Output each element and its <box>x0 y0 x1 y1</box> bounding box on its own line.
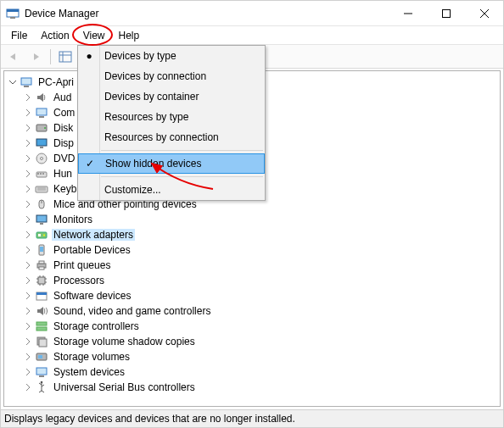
expander-closed-icon[interactable] <box>23 138 33 148</box>
sound-icon <box>35 304 48 318</box>
menu-item-label: Devices by type <box>104 50 176 62</box>
processor-icon <box>35 274 48 287</box>
computer-icon <box>35 106 48 120</box>
window-title: Device Manager <box>25 8 389 19</box>
expander-closed-icon[interactable] <box>23 108 33 118</box>
menu-devices-by-container[interactable]: Devices by container <box>99 86 265 107</box>
statusbar: Displays legacy devices and devices that… <box>1 409 503 427</box>
expander-closed-icon[interactable] <box>23 199 33 209</box>
display-icon <box>35 136 48 150</box>
menu-separator <box>101 150 263 151</box>
svg-rect-33 <box>36 232 47 238</box>
menu-resources-by-type[interactable]: Resources by type <box>99 107 265 127</box>
svg-rect-57 <box>38 355 42 359</box>
svg-rect-24 <box>40 173 42 175</box>
tree-item[interactable]: Monitors <box>23 212 500 227</box>
menu-show-hidden-devices[interactable]: ✓ Show hidden devices <box>78 153 265 174</box>
svg-rect-58 <box>36 368 47 375</box>
menu-resources-by-connection[interactable]: Resources by connection <box>99 127 265 147</box>
svg-rect-31 <box>36 215 47 222</box>
expander-closed-icon[interactable] <box>23 245 33 255</box>
tree-item[interactable]: Processors <box>23 273 500 288</box>
tree-item[interactable]: Print queues <box>23 258 500 273</box>
menu-item-label: Customize... <box>104 184 161 196</box>
disk-icon <box>35 121 48 135</box>
expander-closed-icon[interactable] <box>23 291 33 301</box>
forward-button[interactable] <box>26 47 45 66</box>
menu-view[interactable]: View <box>76 28 112 43</box>
expander-closed-icon[interactable] <box>23 367 33 377</box>
tree-item-label: Portable Devices <box>52 244 132 256</box>
expander-closed-icon[interactable] <box>23 169 33 179</box>
maximize-button[interactable] <box>427 1 465 25</box>
expander-closed-icon[interactable] <box>23 230 33 240</box>
tree-item[interactable]: Software devices <box>23 288 500 303</box>
svg-rect-52 <box>36 322 47 325</box>
tree-item[interactable]: Storage volume shadow copies <box>23 334 500 349</box>
tree-item[interactable]: Sound, video and game controllers <box>23 303 500 319</box>
expander-closed-icon[interactable] <box>23 336 33 347</box>
monitor-icon <box>35 213 48 226</box>
menu-devices-by-connection[interactable]: Devices by connection <box>99 66 265 86</box>
expander-closed-icon[interactable] <box>23 275 33 286</box>
tree-item[interactable]: Portable Devices <box>23 242 500 258</box>
storagectl-icon <box>35 320 48 333</box>
close-button[interactable] <box>465 1 503 25</box>
volume-icon <box>35 350 48 364</box>
expander-closed-icon[interactable] <box>23 92 33 103</box>
svg-rect-37 <box>40 247 43 252</box>
tree-item-label: Software devices <box>52 290 132 302</box>
expander-closed-icon[interactable] <box>23 321 33 331</box>
svg-rect-19 <box>40 147 43 148</box>
svg-rect-53 <box>36 327 47 331</box>
tree-item-label: Network adapters <box>52 229 135 241</box>
svg-rect-40 <box>39 267 44 270</box>
svg-rect-14 <box>36 108 47 115</box>
expander-closed-icon[interactable] <box>23 260 33 270</box>
tree-item-label: Universal Serial Bus controllers <box>52 381 197 393</box>
tree-item[interactable]: System devices <box>23 364 500 380</box>
tree-item-label: Processors <box>52 275 106 286</box>
expander-closed-icon[interactable] <box>23 153 33 164</box>
speaker-icon <box>35 91 48 104</box>
expander-closed-icon[interactable] <box>23 306 33 316</box>
menu-customize[interactable]: Customize... <box>99 180 265 200</box>
expander-open-icon[interactable] <box>8 77 18 87</box>
expander-closed-icon[interactable] <box>23 184 33 194</box>
tree-item-label: Sound, video and game controllers <box>52 305 212 317</box>
svg-rect-12 <box>21 78 31 85</box>
tree-item[interactable]: Network adapters <box>23 227 500 242</box>
portable-icon <box>35 243 48 257</box>
system-icon <box>35 365 48 379</box>
tree-item[interactable]: Storage volumes <box>23 349 500 364</box>
menubar: File Action View Help <box>1 26 503 45</box>
expander-closed-icon[interactable] <box>23 382 33 392</box>
menu-action[interactable]: Action <box>34 28 76 43</box>
status-text: Displays legacy devices and devices that… <box>4 413 295 425</box>
tree-item-label: DVD <box>52 153 76 164</box>
tree-item-label: Keyb <box>52 183 78 195</box>
menu-file[interactable]: File <box>4 28 34 43</box>
svg-rect-41 <box>38 277 45 284</box>
menu-item-label: Resources by type <box>104 111 188 123</box>
menu-devices-by-type[interactable]: ● Devices by type <box>99 46 265 66</box>
tree-item-label: Monitors <box>52 214 94 225</box>
network-icon <box>35 228 48 242</box>
minimize-button[interactable] <box>389 1 427 25</box>
expander-closed-icon[interactable] <box>23 214 33 225</box>
tree-item-label: Storage controllers <box>52 320 141 332</box>
svg-rect-23 <box>37 173 39 175</box>
tree-item[interactable]: Storage controllers <box>23 319 500 334</box>
tree-item-label: Com <box>52 107 76 119</box>
expander-closed-icon[interactable] <box>23 352 33 362</box>
hid-icon <box>35 167 48 181</box>
menu-help[interactable]: Help <box>112 28 147 43</box>
back-button[interactable] <box>4 47 23 66</box>
svg-point-17 <box>44 127 46 129</box>
show-console-tree-button[interactable] <box>56 47 75 66</box>
app-icon <box>6 7 20 20</box>
tree-item-label: Storage volume shadow copies <box>52 336 197 347</box>
titlebar: Device Manager <box>1 1 503 26</box>
expander-closed-icon[interactable] <box>23 123 33 133</box>
tree-item[interactable]: Universal Serial Bus controllers <box>23 380 500 395</box>
